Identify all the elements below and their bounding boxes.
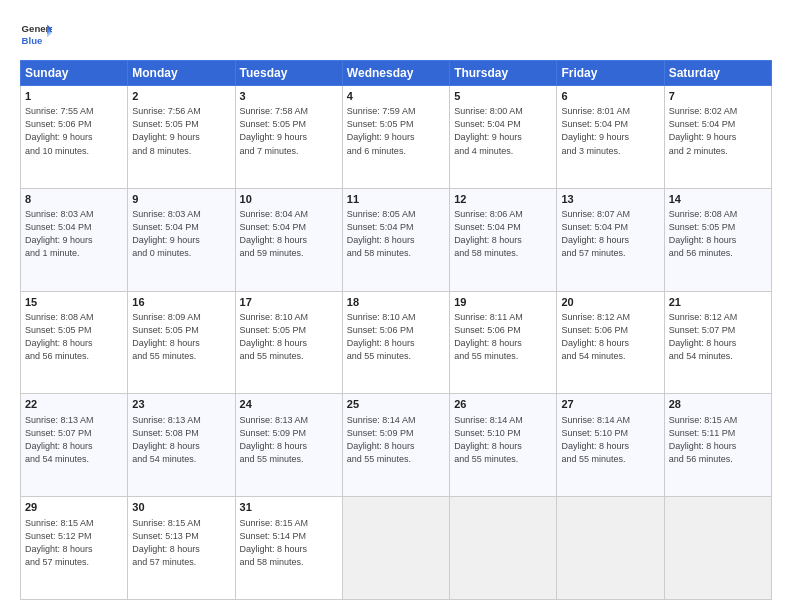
day-detail: Sunrise: 7:58 AMSunset: 5:05 PMDaylight:… <box>240 105 338 157</box>
day-detail: Sunrise: 8:13 AMSunset: 5:07 PMDaylight:… <box>25 414 123 466</box>
day-detail: Sunrise: 8:12 AMSunset: 5:07 PMDaylight:… <box>669 311 767 363</box>
day-number: 16 <box>132 295 230 310</box>
calendar-cell: 30Sunrise: 8:15 AMSunset: 5:13 PMDayligh… <box>128 497 235 600</box>
calendar-cell: 2Sunrise: 7:56 AMSunset: 5:05 PMDaylight… <box>128 86 235 189</box>
day-detail: Sunrise: 8:10 AMSunset: 5:05 PMDaylight:… <box>240 311 338 363</box>
day-number: 14 <box>669 192 767 207</box>
week-row-2: 8Sunrise: 8:03 AMSunset: 5:04 PMDaylight… <box>21 188 772 291</box>
weekday-header-saturday: Saturday <box>664 61 771 86</box>
day-number: 22 <box>25 397 123 412</box>
calendar-cell: 15Sunrise: 8:08 AMSunset: 5:05 PMDayligh… <box>21 291 128 394</box>
calendar-cell <box>557 497 664 600</box>
day-detail: Sunrise: 8:14 AMSunset: 5:09 PMDaylight:… <box>347 414 445 466</box>
day-number: 10 <box>240 192 338 207</box>
day-number: 19 <box>454 295 552 310</box>
day-number: 5 <box>454 89 552 104</box>
calendar-cell: 14Sunrise: 8:08 AMSunset: 5:05 PMDayligh… <box>664 188 771 291</box>
week-row-1: 1Sunrise: 7:55 AMSunset: 5:06 PMDaylight… <box>21 86 772 189</box>
day-number: 28 <box>669 397 767 412</box>
day-number: 1 <box>25 89 123 104</box>
day-detail: Sunrise: 8:07 AMSunset: 5:04 PMDaylight:… <box>561 208 659 260</box>
calendar-cell: 12Sunrise: 8:06 AMSunset: 5:04 PMDayligh… <box>450 188 557 291</box>
day-detail: Sunrise: 8:04 AMSunset: 5:04 PMDaylight:… <box>240 208 338 260</box>
day-number: 20 <box>561 295 659 310</box>
calendar-cell: 6Sunrise: 8:01 AMSunset: 5:04 PMDaylight… <box>557 86 664 189</box>
day-detail: Sunrise: 8:10 AMSunset: 5:06 PMDaylight:… <box>347 311 445 363</box>
calendar-cell: 9Sunrise: 8:03 AMSunset: 5:04 PMDaylight… <box>128 188 235 291</box>
day-number: 3 <box>240 89 338 104</box>
calendar-cell: 29Sunrise: 8:15 AMSunset: 5:12 PMDayligh… <box>21 497 128 600</box>
day-detail: Sunrise: 8:11 AMSunset: 5:06 PMDaylight:… <box>454 311 552 363</box>
day-number: 12 <box>454 192 552 207</box>
calendar-cell: 5Sunrise: 8:00 AMSunset: 5:04 PMDaylight… <box>450 86 557 189</box>
day-number: 9 <box>132 192 230 207</box>
day-number: 21 <box>669 295 767 310</box>
day-detail: Sunrise: 8:09 AMSunset: 5:05 PMDaylight:… <box>132 311 230 363</box>
day-detail: Sunrise: 8:13 AMSunset: 5:09 PMDaylight:… <box>240 414 338 466</box>
svg-text:Blue: Blue <box>22 35 43 46</box>
week-row-5: 29Sunrise: 8:15 AMSunset: 5:12 PMDayligh… <box>21 497 772 600</box>
day-number: 4 <box>347 89 445 104</box>
day-detail: Sunrise: 8:01 AMSunset: 5:04 PMDaylight:… <box>561 105 659 157</box>
day-number: 25 <box>347 397 445 412</box>
day-number: 6 <box>561 89 659 104</box>
week-row-3: 15Sunrise: 8:08 AMSunset: 5:05 PMDayligh… <box>21 291 772 394</box>
day-number: 31 <box>240 500 338 515</box>
day-number: 2 <box>132 89 230 104</box>
calendar-cell: 22Sunrise: 8:13 AMSunset: 5:07 PMDayligh… <box>21 394 128 497</box>
calendar-cell: 16Sunrise: 8:09 AMSunset: 5:05 PMDayligh… <box>128 291 235 394</box>
calendar-cell <box>664 497 771 600</box>
calendar-cell: 4Sunrise: 7:59 AMSunset: 5:05 PMDaylight… <box>342 86 449 189</box>
day-number: 26 <box>454 397 552 412</box>
weekday-header-wednesday: Wednesday <box>342 61 449 86</box>
day-detail: Sunrise: 8:03 AMSunset: 5:04 PMDaylight:… <box>132 208 230 260</box>
calendar-cell: 23Sunrise: 8:13 AMSunset: 5:08 PMDayligh… <box>128 394 235 497</box>
day-number: 13 <box>561 192 659 207</box>
day-number: 8 <box>25 192 123 207</box>
weekday-header-sunday: Sunday <box>21 61 128 86</box>
calendar-cell: 8Sunrise: 8:03 AMSunset: 5:04 PMDaylight… <box>21 188 128 291</box>
day-number: 30 <box>132 500 230 515</box>
calendar-table: SundayMondayTuesdayWednesdayThursdayFrid… <box>20 60 772 600</box>
day-detail: Sunrise: 8:15 AMSunset: 5:13 PMDaylight:… <box>132 517 230 569</box>
day-number: 18 <box>347 295 445 310</box>
calendar-cell: 31Sunrise: 8:15 AMSunset: 5:14 PMDayligh… <box>235 497 342 600</box>
calendar-cell: 26Sunrise: 8:14 AMSunset: 5:10 PMDayligh… <box>450 394 557 497</box>
calendar-cell: 17Sunrise: 8:10 AMSunset: 5:05 PMDayligh… <box>235 291 342 394</box>
logo: General Blue <box>20 18 52 50</box>
day-detail: Sunrise: 8:13 AMSunset: 5:08 PMDaylight:… <box>132 414 230 466</box>
calendar-cell: 7Sunrise: 8:02 AMSunset: 5:04 PMDaylight… <box>664 86 771 189</box>
calendar-cell: 18Sunrise: 8:10 AMSunset: 5:06 PMDayligh… <box>342 291 449 394</box>
day-detail: Sunrise: 8:08 AMSunset: 5:05 PMDaylight:… <box>669 208 767 260</box>
calendar-cell: 10Sunrise: 8:04 AMSunset: 5:04 PMDayligh… <box>235 188 342 291</box>
logo-icon: General Blue <box>20 18 52 50</box>
weekday-header-tuesday: Tuesday <box>235 61 342 86</box>
calendar-cell: 20Sunrise: 8:12 AMSunset: 5:06 PMDayligh… <box>557 291 664 394</box>
day-number: 17 <box>240 295 338 310</box>
calendar-cell: 19Sunrise: 8:11 AMSunset: 5:06 PMDayligh… <box>450 291 557 394</box>
header: General Blue <box>20 18 772 50</box>
day-detail: Sunrise: 8:06 AMSunset: 5:04 PMDaylight:… <box>454 208 552 260</box>
day-detail: Sunrise: 8:15 AMSunset: 5:14 PMDaylight:… <box>240 517 338 569</box>
weekday-header-thursday: Thursday <box>450 61 557 86</box>
weekday-header-friday: Friday <box>557 61 664 86</box>
day-detail: Sunrise: 8:03 AMSunset: 5:04 PMDaylight:… <box>25 208 123 260</box>
day-detail: Sunrise: 8:14 AMSunset: 5:10 PMDaylight:… <box>561 414 659 466</box>
weekday-header-monday: Monday <box>128 61 235 86</box>
day-detail: Sunrise: 8:15 AMSunset: 5:12 PMDaylight:… <box>25 517 123 569</box>
day-number: 7 <box>669 89 767 104</box>
day-number: 24 <box>240 397 338 412</box>
week-row-4: 22Sunrise: 8:13 AMSunset: 5:07 PMDayligh… <box>21 394 772 497</box>
calendar-cell <box>342 497 449 600</box>
calendar-cell: 27Sunrise: 8:14 AMSunset: 5:10 PMDayligh… <box>557 394 664 497</box>
day-detail: Sunrise: 8:14 AMSunset: 5:10 PMDaylight:… <box>454 414 552 466</box>
page: General Blue SundayMondayTuesdayWednesda… <box>0 0 792 612</box>
calendar-cell <box>450 497 557 600</box>
day-detail: Sunrise: 8:00 AMSunset: 5:04 PMDaylight:… <box>454 105 552 157</box>
calendar-cell: 1Sunrise: 7:55 AMSunset: 5:06 PMDaylight… <box>21 86 128 189</box>
calendar-cell: 13Sunrise: 8:07 AMSunset: 5:04 PMDayligh… <box>557 188 664 291</box>
calendar-cell: 21Sunrise: 8:12 AMSunset: 5:07 PMDayligh… <box>664 291 771 394</box>
day-number: 15 <box>25 295 123 310</box>
calendar-cell: 25Sunrise: 8:14 AMSunset: 5:09 PMDayligh… <box>342 394 449 497</box>
day-number: 27 <box>561 397 659 412</box>
